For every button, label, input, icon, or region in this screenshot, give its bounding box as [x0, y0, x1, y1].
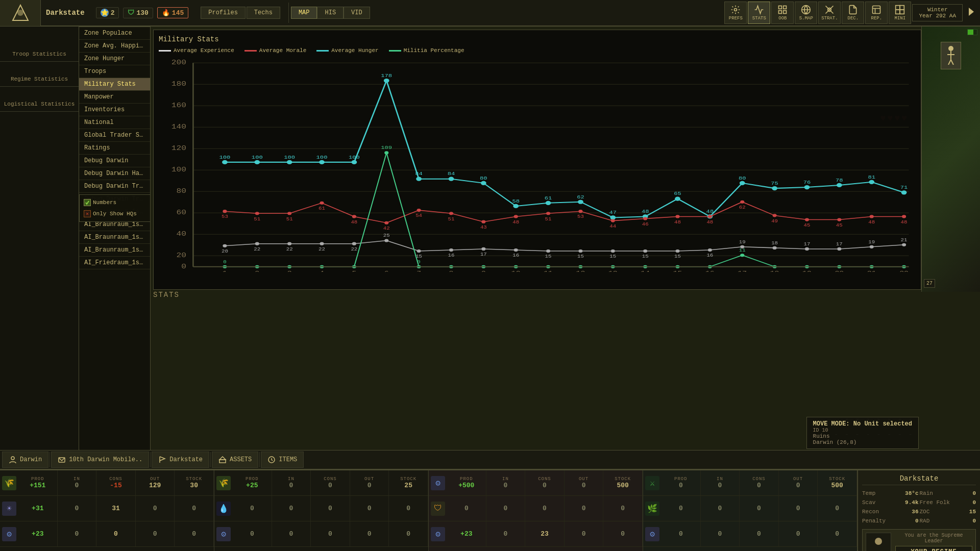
svg-point-167 — [546, 249, 550, 253]
x-icon: ✕ — [86, 211, 89, 217]
checkbox-numbers-box[interactable] — [84, 199, 91, 206]
menu-debug-darwin-happy[interactable]: Debug Darwin Happy — [79, 167, 150, 180]
svg-text:9: 9 — [481, 270, 486, 272]
tab-profiles[interactable]: Profiles — [201, 7, 246, 19]
svg-point-175 — [675, 249, 679, 253]
svg-point-123 — [546, 212, 550, 215]
rep-button[interactable]: REP. — [865, 2, 888, 24]
res-out-3b: 0 — [565, 496, 604, 521]
tab-map[interactable]: MAP — [291, 7, 317, 19]
resource-3-value: 145 — [172, 9, 184, 17]
resource-item-2: 🛡 130 — [123, 8, 153, 18]
res-out-3c: 0 — [565, 521, 604, 546]
legend-morale-color — [244, 50, 257, 52]
svg-text:15: 15 — [642, 254, 649, 259]
svg-text:43: 43 — [480, 225, 487, 230]
status-darwin[interactable]: Darwin — [2, 452, 48, 468]
expand-button[interactable] — [964, 6, 976, 20]
menu-troops[interactable]: Troops — [79, 65, 150, 78]
svg-text:22: 22 — [286, 247, 293, 252]
svg-text:78: 78 — [836, 178, 843, 183]
smap-button[interactable]: S.MAP — [795, 2, 817, 24]
folk-row: Free Folk 0 — [920, 498, 976, 507]
unit-text: 10th Darwin Mobile.. — [69, 456, 142, 463]
svg-text:84: 84 — [448, 171, 455, 177]
svg-point-73 — [449, 177, 454, 181]
res-out-2b: 0 — [350, 496, 389, 521]
menu-inventories[interactable]: Inventories — [79, 104, 150, 116]
scav-label: Scav — [862, 499, 875, 506]
menu-zone-happiness[interactable]: Zone Avg. Happiness — [79, 40, 150, 53]
gear-icon-3c: ⚙ — [431, 527, 445, 541]
svg-point-63 — [287, 160, 292, 164]
menu-debug-darwin[interactable]: Debug Darwin — [79, 155, 150, 167]
mini-button[interactable]: MINI — [889, 2, 911, 24]
menu-national[interactable]: National — [79, 116, 150, 129]
menu-ai-braunraum-4[interactable]: AI_Braunraum_1st SHO — [79, 244, 150, 257]
resource-group-1: 🌾 PROD +151 IN 0 CONS -15 OUT 129 — [0, 470, 214, 551]
strat-button[interactable]: STRAT. — [818, 2, 841, 24]
svg-text:16: 16 — [705, 270, 715, 272]
year-text: Year 292 AA — [919, 13, 956, 19]
stats-button[interactable]: STATS — [748, 2, 770, 24]
svg-point-181 — [773, 246, 777, 249]
out-val-3: 0 — [582, 482, 586, 489]
dec-button[interactable]: DEC. — [842, 2, 864, 24]
menu-global-trader[interactable]: Global Trader Stats — [79, 129, 150, 142]
menu-military-stats[interactable]: Military Stats — [79, 78, 150, 91]
svg-text:100: 100 — [349, 155, 360, 160]
menu-ai-friedraum[interactable]: AI_Friedraum_1st SHQ — [79, 257, 150, 269]
checkbox-numbers[interactable]: Numbers — [84, 199, 116, 206]
tab-his[interactable]: HIS — [317, 7, 344, 19]
res-stock-3c: 0 — [603, 521, 643, 546]
sidebar-logistical-stats[interactable]: Logistical Statistics — [0, 97, 79, 112]
checkbox-only-hqs[interactable]: ✕ Only Show HQs — [84, 210, 137, 217]
stats-icon — [754, 5, 764, 15]
svg-point-115 — [417, 209, 421, 212]
out-label-2: OUT — [364, 477, 374, 482]
plant-icon: 🌿 — [645, 502, 659, 516]
status-assets[interactable]: ASSETS — [212, 452, 258, 468]
menu-zone-populace[interactable]: Zone Populace — [79, 27, 150, 40]
menu-ai-braunraum-3[interactable]: AI_Braunraum_1st SHO — [79, 231, 150, 244]
oob-button[interactable]: OOB — [771, 2, 794, 24]
svg-point-149 — [255, 242, 259, 245]
res-cons-3: CONS 0 — [525, 470, 565, 495]
res-cons-1b: 31 — [96, 496, 136, 521]
svg-text:61: 61 — [318, 206, 325, 211]
expand-icon — [966, 8, 974, 16]
tab-vid[interactable]: VID — [344, 7, 370, 19]
id-val: 10 — [822, 428, 828, 433]
svg-text:48: 48 — [674, 220, 681, 224]
temp-val: 38°c — [905, 490, 918, 496]
menu-ratings[interactable]: Ratings — [79, 142, 150, 155]
resource-row-1-top: 🌾 PROD +151 IN 0 CONS -15 OUT 129 — [0, 470, 214, 496]
minimap-corner-val: 27 — [924, 279, 935, 288]
menu-zone-hunger[interactable]: Zone Hunger — [79, 53, 150, 65]
svg-text:19: 19 — [739, 240, 746, 244]
resource-row-4: ⚔ PROD 0 IN 0 CONS 0 OUT 0 — [643, 470, 857, 496]
status-state[interactable]: Darkstate — [152, 452, 209, 468]
status-items[interactable]: ITEMS — [261, 452, 304, 468]
checkbox-hqs-box[interactable]: ✕ — [84, 210, 91, 217]
menu-debug-darwin-trade[interactable]: Debug Darwin Trade — [79, 180, 150, 193]
prefs-button[interactable]: PREFS — [724, 2, 747, 24]
sidebar-troop-stats[interactable]: Troop Statistics — [0, 47, 79, 62]
menu-manpower[interactable]: Manpower — [79, 91, 150, 104]
mini-map[interactable]: 27 — [921, 27, 980, 292]
svg-text:120: 120 — [172, 145, 186, 152]
svg-text:0: 0 — [181, 263, 186, 270]
res-icon-2c: ⚙ — [214, 526, 233, 542]
svg-point-105 — [255, 212, 259, 215]
out-label-1: OUT — [150, 477, 160, 482]
tab-techs[interactable]: Techs — [247, 7, 280, 19]
svg-text:1: 1 — [223, 270, 227, 272]
prod-val-3c: +23 — [460, 530, 472, 538]
move-mode-id: ID 10 — [813, 428, 912, 433]
svg-text:81: 81 — [868, 174, 875, 180]
sidebar-regime-stats[interactable]: Regime Statistics — [0, 72, 79, 87]
svg-point-127 — [611, 219, 615, 222]
in-val-3: 0 — [503, 482, 507, 489]
regime-box: You are the Supreme Leader YOUR REGIME — [862, 529, 976, 551]
status-unit[interactable]: 10th Darwin Mobile.. — [51, 452, 149, 468]
